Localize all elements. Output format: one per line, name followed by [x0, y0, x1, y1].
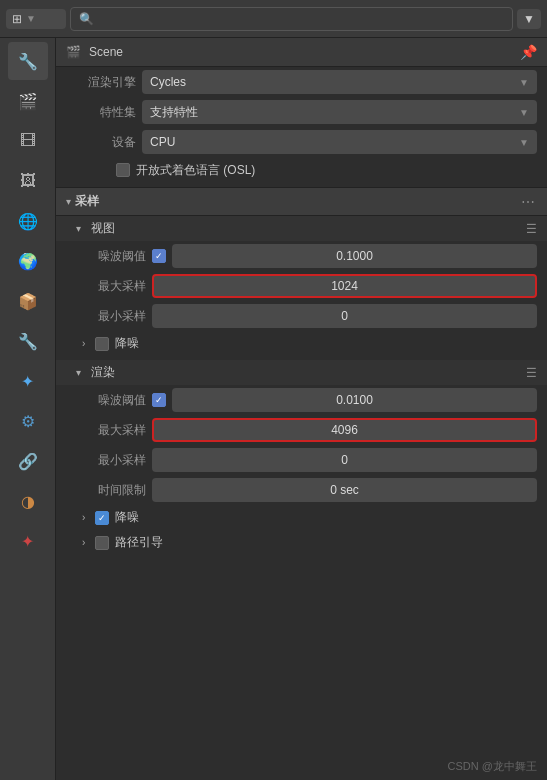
sidebar-item-material[interactable]: ◑ [8, 482, 48, 520]
viewport-noise-label: 噪波阈值 [76, 248, 146, 265]
sidebar-item-scene[interactable]: 🎬 [8, 82, 48, 120]
render-engine-arrow: ▼ [519, 77, 529, 88]
sidebar-item-texture[interactable]: ✦ [8, 522, 48, 560]
scene-icon: 🎬 [66, 45, 81, 59]
top-bar: ⊞ ▼ 🔍 ▼ [0, 0, 547, 38]
viewport-min-samples-row: 最小采样 0 [56, 301, 547, 331]
sampling-title: 采样 [75, 193, 99, 210]
sidebar-item-particles[interactable]: ✦ [8, 362, 48, 400]
device-label: 设备 [76, 134, 136, 151]
render-noise-value[interactable]: 0.0100 [172, 388, 537, 412]
render-path-guide-chevron: › [82, 537, 85, 548]
editor-type-selector[interactable]: ⊞ ▼ [6, 9, 66, 29]
render-max-samples-row: 最大采样 4096 [56, 415, 547, 445]
render-path-guide-checkbox[interactable] [95, 536, 109, 550]
watermark: CSDN @龙中舞王 [448, 759, 537, 774]
viewport-max-label: 最大采样 [76, 278, 146, 295]
feature-set-label: 特性集 [76, 104, 136, 121]
dropdown-icon: ▼ [523, 12, 535, 26]
search-icon: 🔍 [79, 12, 94, 26]
render-noise-threshold-row: 噪波阈值 ✓ 0.0100 [56, 385, 547, 415]
render-engine-row: 渲染引擎 Cycles ▼ [56, 67, 547, 97]
render-path-guide-label: 路径引导 [115, 534, 163, 551]
viewport-title: 视图 [91, 220, 115, 237]
viewport-denoise-checkbox[interactable] [95, 337, 109, 351]
render-noise-checkbox[interactable]: ✓ [152, 393, 166, 407]
viewport-denoise-label: 降噪 [115, 335, 139, 352]
osl-label: 开放式着色语言 (OSL) [136, 162, 255, 179]
pin-icon[interactable]: 📌 [520, 44, 537, 60]
viewport-subsection-header[interactable]: ▾ 视图 ☰ [56, 216, 547, 241]
device-dropdown[interactable]: CPU ▼ [142, 130, 537, 154]
osl-checkbox[interactable] [116, 163, 130, 177]
sidebar-item-physics[interactable]: ⚙ [8, 402, 48, 440]
sidebar-item-constraints[interactable]: 🔗 [8, 442, 48, 480]
sidebar-item-modifier[interactable]: 🔧 [8, 322, 48, 360]
viewport-noise-checkbox[interactable]: ✓ [152, 249, 166, 263]
feature-set-value: 支持特性 [150, 104, 198, 121]
render-max-value[interactable]: 4096 [152, 418, 537, 442]
viewport-chevron: ▾ [76, 223, 81, 234]
render-subsection-header[interactable]: ▾ 渲染 ☰ [56, 360, 547, 385]
sidebar-item-render[interactable]: 🎞 [8, 122, 48, 160]
device-arrow: ▼ [519, 137, 529, 148]
editor-icon: ⊞ [12, 12, 22, 26]
main-layout: 🔧 🎬 🎞 🖼 🌐 🌍 📦 🔧 ✦ ⚙ 🔗 ◑ ✦ 🎬 Scene 📌 渲染引擎… [0, 38, 547, 780]
render-path-guide-row[interactable]: › 路径引导 [56, 530, 547, 555]
sidebar-item-world[interactable]: 🌍 [8, 242, 48, 280]
render-denoise-row[interactable]: › ✓ 降噪 [56, 505, 547, 530]
feature-set-dropdown[interactable]: 支持特性 ▼ [142, 100, 537, 124]
viewport-min-value[interactable]: 0 [152, 304, 537, 328]
viewport-max-samples-row: 最大采样 1024 [56, 271, 547, 301]
render-min-label: 最小采样 [76, 452, 146, 469]
render-time-label: 时间限制 [76, 482, 146, 499]
sampling-chevron: ▾ [66, 196, 71, 207]
scene-header: 🎬 Scene 📌 [56, 38, 547, 67]
content-panel: 🎬 Scene 📌 渲染引擎 Cycles ▼ 特性集 支持特性 ▼ 设备 CP… [56, 38, 547, 780]
feature-set-arrow: ▼ [519, 107, 529, 118]
editor-dropdown-arrow: ▼ [26, 13, 36, 24]
sidebar-item-tool[interactable]: 🔧 [8, 42, 48, 80]
render-denoise-label: 降噪 [115, 509, 139, 526]
render-denoise-chevron: › [82, 512, 85, 523]
render-noise-label: 噪波阈值 [76, 392, 146, 409]
search-bar[interactable]: 🔍 [70, 7, 513, 31]
device-row: 设备 CPU ▼ [56, 127, 547, 157]
sampling-dots[interactable]: ⋯ [521, 194, 537, 210]
scene-label: Scene [89, 45, 123, 59]
render-engine-label: 渲染引擎 [76, 74, 136, 91]
render-engine-value: Cycles [150, 75, 186, 89]
viewport-max-value[interactable]: 1024 [152, 274, 537, 298]
viewport-list-icon: ☰ [526, 222, 537, 236]
render-min-value[interactable]: 0 [152, 448, 537, 472]
render-max-label: 最大采样 [76, 422, 146, 439]
render-min-samples-row: 最小采样 0 [56, 445, 547, 475]
viewport-denoise-chevron: › [82, 338, 85, 349]
top-bar-dropdown[interactable]: ▼ [517, 9, 541, 29]
render-time-limit-row: 时间限制 0 sec [56, 475, 547, 505]
render-subsection-title: 渲染 [91, 364, 115, 381]
render-list-icon: ☰ [526, 366, 537, 380]
sidebar-item-viewlayer[interactable]: 🌐 [8, 202, 48, 240]
render-denoise-checkbox[interactable]: ✓ [95, 511, 109, 525]
sampling-section-header[interactable]: ▾ 采样 ⋯ [56, 187, 547, 216]
device-value: CPU [150, 135, 175, 149]
sidebar-item-output[interactable]: 🖼 [8, 162, 48, 200]
viewport-min-label: 最小采样 [76, 308, 146, 325]
viewport-denoise-row[interactable]: › 降噪 [56, 331, 547, 356]
feature-set-row: 特性集 支持特性 ▼ [56, 97, 547, 127]
osl-row: 开放式着色语言 (OSL) [96, 157, 547, 183]
render-engine-dropdown[interactable]: Cycles ▼ [142, 70, 537, 94]
sidebar: 🔧 🎬 🎞 🖼 🌐 🌍 📦 🔧 ✦ ⚙ 🔗 ◑ ✦ [0, 38, 56, 780]
viewport-noise-threshold-row: 噪波阈值 ✓ 0.1000 [56, 241, 547, 271]
watermark-text: CSDN @龙中舞王 [448, 760, 537, 772]
sidebar-item-object[interactable]: 📦 [8, 282, 48, 320]
viewport-noise-value[interactable]: 0.1000 [172, 244, 537, 268]
render-time-value[interactable]: 0 sec [152, 478, 537, 502]
render-chevron: ▾ [76, 367, 81, 378]
